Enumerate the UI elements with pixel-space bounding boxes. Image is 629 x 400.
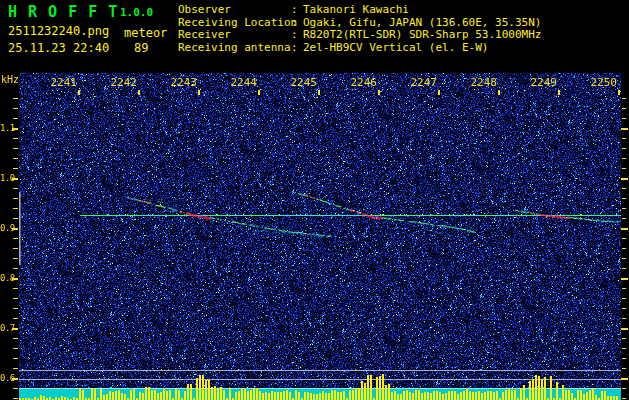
- mode-label: meteor: [124, 26, 167, 40]
- time-tick-label: 2243: [171, 76, 198, 89]
- app-title: H R O F F T: [8, 3, 118, 21]
- info-label: Receiving antenna: [178, 42, 291, 55]
- time-tick-label: 2247: [411, 76, 438, 89]
- time-tick-label: 2246: [351, 76, 378, 89]
- time-tick-label: 2241: [51, 76, 78, 89]
- info-label: Receiver: [178, 29, 291, 42]
- freq-axis-unit: kHz: [1, 74, 19, 85]
- info-value: Takanori Kawachi: [303, 4, 409, 17]
- info-value: 2el-HB9CV Vertical (el. E-W): [303, 42, 488, 55]
- time-tick-label: 2242: [111, 76, 138, 89]
- freq-tick-label: 1.1: [0, 123, 14, 133]
- time-tick-label: 2250: [591, 76, 618, 89]
- output-filename: 2511232240.png: [8, 24, 109, 38]
- time-tick-label: 2244: [231, 76, 258, 89]
- observation-datetime: 25.11.23 22:40: [8, 41, 109, 55]
- info-separator: :: [291, 42, 303, 55]
- info-row: Receiving antenna:2el-HB9CV Vertical (el…: [178, 42, 541, 55]
- freq-tick-label: 0.8: [0, 273, 14, 283]
- hrofft-window: H R O F F T 1.0.0 2511232240.png meteor …: [0, 0, 629, 400]
- info-value: R820T2(RTL-SDR) SDR-Sharp 53.1000MHz: [303, 29, 541, 42]
- freq-tick-label: 0.7: [0, 323, 14, 333]
- freq-tick-label: 1.0: [0, 173, 14, 183]
- info-row: Observer:Takanori Kawachi: [178, 4, 541, 17]
- observation-info: Observer:Takanori KawachiReceiving Locat…: [178, 4, 541, 54]
- info-separator: :: [291, 4, 303, 17]
- time-tick-label: 2249: [531, 76, 558, 89]
- info-label: Observer: [178, 4, 291, 17]
- spectrogram-canvas: [0, 73, 629, 400]
- app-version: 1.0.0: [120, 6, 153, 19]
- time-tick-label: 2248: [471, 76, 498, 89]
- time-tick-label: 2245: [291, 76, 318, 89]
- echo-count: 89: [134, 41, 148, 55]
- info-separator: :: [291, 29, 303, 42]
- freq-tick-label: 0.6: [0, 373, 14, 383]
- info-row: Receiver:R820T2(RTL-SDR) SDR-Sharp 53.10…: [178, 29, 541, 42]
- freq-tick-label: 0.9: [0, 223, 14, 233]
